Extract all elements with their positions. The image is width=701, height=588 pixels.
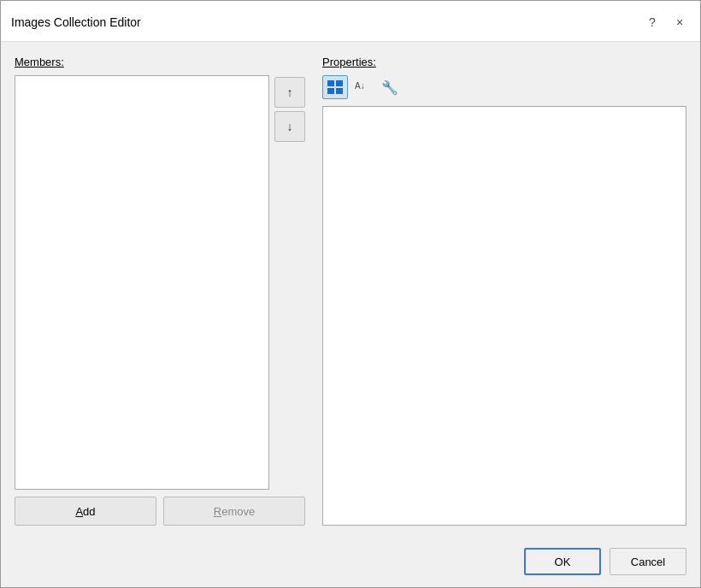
close-button[interactable]: × (669, 12, 690, 32)
title-bar: Images Collection Editor ? × (1, 1, 700, 42)
dialog-title: Images Collection Editor (11, 15, 141, 29)
properties-content[interactable] (322, 106, 686, 526)
bottom-buttons: Add Remove (15, 497, 305, 526)
cancel-button[interactable]: Cancel (610, 548, 686, 575)
properties-label: Properties: (322, 56, 686, 68)
sorted-button[interactable]: A↓ (350, 75, 375, 99)
add-button[interactable]: Add (15, 497, 156, 526)
help-button[interactable]: ? (642, 12, 663, 32)
move-down-button[interactable]: ↓ (274, 111, 305, 142)
ok-button[interactable]: OK (524, 548, 601, 575)
sorted-icon: A↓ (355, 80, 370, 94)
svg-rect-0 (327, 80, 334, 86)
property-pages-button[interactable]: 🔧 (377, 75, 403, 99)
remove-button[interactable]: Remove (163, 497, 305, 526)
categorized-icon (327, 80, 343, 94)
wrench-icon: 🔧 (381, 79, 398, 96)
properties-toolbar: A↓ 🔧 (322, 75, 686, 99)
dialog-window: Images Collection Editor ? × Members: ↑ … (0, 0, 701, 588)
left-panel: Members: ↑ ↓ Add Remove (15, 56, 305, 526)
svg-rect-2 (327, 88, 334, 94)
svg-rect-3 (336, 88, 343, 94)
title-bar-controls: ? × (642, 12, 690, 32)
members-buttons: ↑ ↓ (274, 75, 305, 490)
categorized-button[interactable] (322, 75, 348, 99)
right-panel: Properties: A↓ (322, 56, 686, 526)
svg-text:A↓: A↓ (355, 81, 365, 91)
members-list[interactable] (15, 75, 269, 490)
dialog-body: Members: ↑ ↓ Add Remove Properties: (1, 42, 700, 539)
move-up-button[interactable]: ↑ (274, 77, 305, 108)
members-area: ↑ ↓ (15, 75, 305, 490)
dialog-footer: OK Cancel (1, 539, 700, 587)
svg-rect-1 (336, 80, 343, 86)
members-label: Members: (15, 56, 305, 68)
